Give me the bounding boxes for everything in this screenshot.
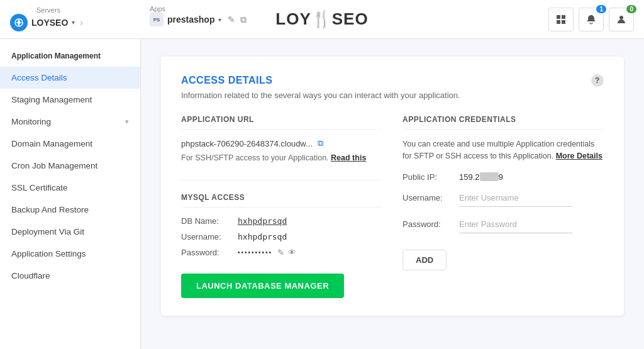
- public-ip-row: Public IP: 159.2 9: [402, 172, 604, 182]
- external-link-icon[interactable]: ⧉: [240, 14, 247, 25]
- sidebar-item-label: Backup And Restore: [11, 205, 129, 214]
- sidebar-item-cron-job-management[interactable]: Cron Job Management: [0, 155, 140, 177]
- app-chevron-icon[interactable]: ▾: [218, 16, 221, 23]
- sidebar-item-application-settings[interactable]: Application Settings: [0, 243, 140, 265]
- svg-rect-4: [562, 20, 565, 24]
- app-icon: PS: [150, 13, 164, 26]
- add-credentials-button[interactable]: ADD: [402, 250, 447, 270]
- mysql-section: MYSQL ACCESS DB Name: hxhpdprsqd Usernam…: [181, 180, 382, 298]
- username-row: Username: hxhpdprsqd: [181, 232, 382, 241]
- public-ip-label: Public IP:: [402, 172, 459, 182]
- db-name-row: DB Name: hxhpdprsqd: [181, 216, 382, 226]
- help-icon[interactable]: ?: [591, 74, 604, 87]
- content-card: ACCESS DETAILS ? Information related to …: [161, 57, 624, 316]
- cred-username-row: Username:: [402, 189, 604, 207]
- svg-point-5: [619, 16, 623, 19]
- app-selector[interactable]: PS prestashop ▾ ✎ ⧉: [150, 13, 247, 26]
- sidebar-item-label: SSL Certificate: [11, 183, 129, 192]
- mysql-section-title: MYSQL ACCESS: [181, 193, 382, 208]
- section-title-text: ACCESS DETAILS: [181, 75, 272, 86]
- sidebar-item-label: Domain Management: [11, 139, 129, 148]
- password-field-icons: ✎ 👁: [277, 248, 296, 257]
- sidebar-item-cloudflare[interactable]: Cloudflare: [0, 265, 140, 287]
- main-layout: Application Management Access Details St…: [0, 39, 644, 349]
- server-selector[interactable]: LOYSEO ▾: [10, 14, 75, 31]
- breadcrumb-arrow: ›: [80, 18, 83, 28]
- user-badge: 0: [626, 5, 636, 13]
- username-label: Username:: [181, 232, 238, 241]
- launch-database-manager-button[interactable]: LAUNCH DATABASE MANAGER: [181, 274, 344, 298]
- app-url-section-title: APPLICATION URL: [181, 115, 382, 130]
- sidebar-item-label: Cloudflare: [11, 271, 129, 280]
- more-details-link[interactable]: More Details: [556, 152, 602, 160]
- header: Servers LOYSEO ▾ › Apps PS prestashop ▾ …: [0, 0, 644, 39]
- edit-password-icon[interactable]: ✎: [277, 248, 284, 257]
- password-dots: ••••••••••: [238, 249, 272, 256]
- section-title: ACCESS DETAILS ?: [181, 74, 604, 87]
- content-area: ACCESS DETAILS ? Information related to …: [141, 39, 644, 349]
- sidebar-item-monitoring[interactable]: Monitoring ▾: [0, 111, 140, 133]
- chevron-down-icon[interactable]: ▾: [72, 19, 75, 26]
- sidebar-item-ssl-certificate[interactable]: SSL Certificate: [0, 177, 140, 199]
- svg-rect-2: [562, 15, 565, 19]
- sidebar-item-label: Application Settings: [11, 249, 129, 258]
- app-url-text: phpstack-706290-2648374.cloudw...: [181, 139, 313, 148]
- edit-icon[interactable]: ✎: [228, 14, 235, 25]
- grid-view-button[interactable]: [548, 8, 574, 31]
- username-value: hxhpdprsqd: [238, 232, 287, 241]
- public-ip-start: 159.2: [459, 172, 480, 182]
- servers-label: Servers: [36, 6, 60, 14]
- db-name-value: hxhpdprsqd: [238, 216, 287, 226]
- sidebar-item-backup-and-restore[interactable]: Backup And Restore: [0, 199, 140, 221]
- chevron-down-icon: ▾: [125, 118, 129, 126]
- notification-badge: 1: [596, 5, 606, 13]
- sidebar-item-access-details[interactable]: Access Details: [0, 67, 140, 89]
- logo: LOY🍴SEO: [275, 9, 368, 29]
- left-column: APPLICATION URL phpstack-706290-2648374.…: [181, 115, 382, 298]
- svg-rect-1: [557, 15, 560, 19]
- header-right: 1 0: [548, 8, 634, 31]
- sidebar-item-staging-management[interactable]: Staging Management: [0, 89, 140, 111]
- section-description: Information related to the several ways …: [181, 91, 604, 100]
- sidebar-item-domain-management[interactable]: Domain Management: [0, 133, 140, 155]
- sidebar-section-title: Application Management: [0, 52, 140, 67]
- server-name: LOYSEO: [31, 18, 68, 28]
- notifications-button[interactable]: 1: [579, 8, 604, 31]
- password-label: Password:: [181, 248, 238, 257]
- ip-blur: [480, 172, 499, 181]
- sidebar-item-label: Staging Management: [11, 95, 129, 104]
- external-link-icon[interactable]: ⧉: [318, 138, 323, 148]
- sidebar-item-label: Cron Job Management: [11, 161, 129, 170]
- credentials-description: You can create and use multiple Applicat…: [402, 138, 604, 162]
- apps-label: Apps: [150, 5, 247, 13]
- cred-password-label: Password:: [402, 219, 459, 229]
- show-password-icon[interactable]: 👁: [288, 248, 296, 257]
- app-actions: ✎ ⧉: [228, 14, 247, 25]
- cred-password-input[interactable]: [459, 216, 572, 233]
- cred-username-label: Username:: [402, 193, 459, 202]
- svg-rect-3: [557, 20, 560, 24]
- server-icon: [10, 14, 28, 31]
- ssh-note-text: For SSH/SFTP access to your Application.: [181, 153, 329, 162]
- db-name-label: DB Name:: [181, 216, 238, 226]
- cred-username-input[interactable]: [459, 189, 572, 207]
- credentials-section-title: APPLICATION CREDENTIALS: [402, 115, 604, 130]
- sidebar-item-label: Deployment Via Git: [11, 227, 129, 236]
- two-col-layout: APPLICATION URL phpstack-706290-2648374.…: [181, 115, 604, 298]
- apps-section: Apps PS prestashop ▾ ✎ ⧉: [150, 5, 247, 26]
- password-row: Password: •••••••••• ✎ 👁: [181, 248, 382, 257]
- right-column: APPLICATION CREDENTIALS You can create a…: [402, 115, 604, 298]
- ssh-read-this-link[interactable]: Read this: [331, 153, 366, 162]
- sidebar-item-label: Access Details: [11, 73, 129, 82]
- app-name: prestashop: [167, 14, 214, 25]
- sidebar: Application Management Access Details St…: [0, 39, 141, 349]
- sidebar-item-label: Monitoring: [11, 117, 125, 126]
- cred-password-row: Password:: [402, 216, 604, 233]
- url-row: phpstack-706290-2648374.cloudw... ⧉: [181, 138, 382, 148]
- user-button[interactable]: 0: [609, 8, 634, 31]
- ssh-note: For SSH/SFTP access to your Application.…: [181, 153, 382, 162]
- public-ip-end: 9: [499, 172, 503, 182]
- sidebar-item-deployment-via-git[interactable]: Deployment Via Git: [0, 221, 140, 243]
